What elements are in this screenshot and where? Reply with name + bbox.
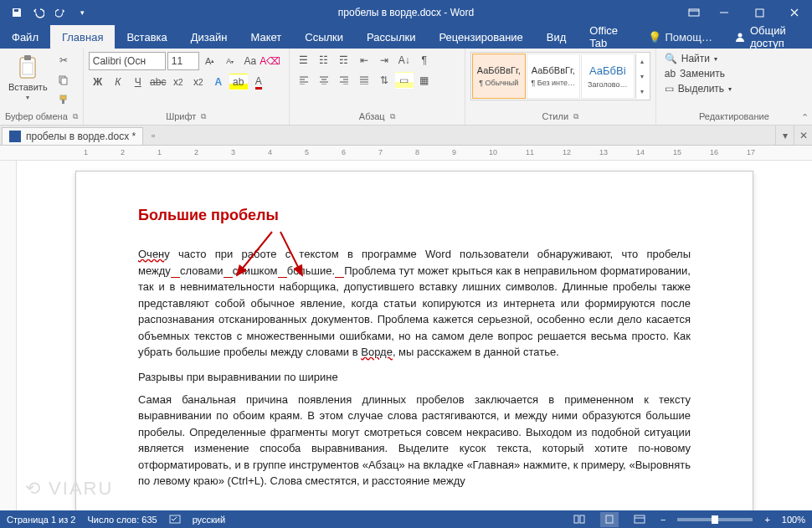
strike-icon[interactable]: abc xyxy=(149,74,167,90)
copy-icon[interactable] xyxy=(54,71,73,88)
tabs-close-icon[interactable]: ✕ xyxy=(794,126,812,145)
tab-references[interactable]: Ссылки xyxy=(293,25,355,49)
save-icon[interactable] xyxy=(7,3,27,23)
zoom-slider[interactable] xyxy=(677,518,753,521)
status-proofing-icon[interactable] xyxy=(169,515,181,525)
qat-customize-icon[interactable]: ▾ xyxy=(72,3,92,23)
show-marks-icon[interactable]: ¶ xyxy=(415,52,434,69)
paragraph-launcher-icon[interactable]: ⧉ xyxy=(390,112,395,121)
increase-indent-icon[interactable]: ⇥ xyxy=(375,52,393,69)
view-print-icon[interactable] xyxy=(600,512,619,527)
redo-icon[interactable] xyxy=(50,3,70,23)
shrink-font-icon[interactable]: A▾ xyxy=(221,53,239,69)
vertical-ruler[interactable] xyxy=(0,161,17,510)
horizontal-ruler[interactable]: 121234567891011121314151617 xyxy=(0,146,812,161)
title-bar: ▾ пробелы в ворде.docx - Word xyxy=(0,0,812,25)
zoom-level[interactable]: 100% xyxy=(782,515,805,525)
zoom-out-icon[interactable]: − xyxy=(660,515,666,525)
decrease-indent-icon[interactable]: ⇤ xyxy=(355,52,373,69)
tab-insert[interactable]: Вставка xyxy=(115,25,178,49)
find-button[interactable]: 🔍Найти▾ xyxy=(661,52,735,65)
tab-mailings[interactable]: Рассылки xyxy=(355,25,427,49)
borders-icon[interactable]: ▦ xyxy=(415,72,434,89)
svg-line-11 xyxy=(280,232,302,275)
align-right-icon[interactable] xyxy=(335,72,353,89)
line-spacing-icon[interactable]: ⇅ xyxy=(375,72,393,89)
tab-review[interactable]: Рецензирование xyxy=(427,25,534,49)
select-button[interactable]: ▭Выделить▾ xyxy=(661,82,735,95)
cut-icon[interactable]: ✂ xyxy=(54,52,73,69)
zoom-in-icon[interactable]: + xyxy=(764,515,769,525)
change-case-icon[interactable]: Aa xyxy=(241,53,260,69)
style-gallery-more[interactable]: ▴▾▾ xyxy=(635,54,649,99)
multilevel-icon[interactable]: ☶ xyxy=(335,52,353,69)
status-wordcount[interactable]: Число слов: 635 xyxy=(87,515,157,525)
tab-file[interactable]: Файл xyxy=(0,25,50,49)
undo-icon[interactable] xyxy=(28,3,49,23)
share-button[interactable]: Общий доступ xyxy=(722,25,812,49)
tab-home[interactable]: Главная xyxy=(50,25,115,49)
new-tab-icon[interactable]: ▫ xyxy=(143,126,163,145)
style-nospacing[interactable]: АаБбВвГг,¶ Без инте… xyxy=(527,54,580,99)
align-center-icon[interactable] xyxy=(315,72,333,89)
svg-rect-7 xyxy=(61,78,67,85)
tab-layout[interactable]: Макет xyxy=(239,25,293,49)
minimize-icon[interactable] xyxy=(707,0,742,25)
annotation-heading: Большие пробелы xyxy=(138,207,691,224)
clear-format-icon[interactable]: A⌫ xyxy=(261,53,280,69)
close-icon[interactable] xyxy=(777,0,812,25)
document-tab[interactable]: пробелы в ворде.docx * xyxy=(2,127,143,145)
collapse-ribbon-icon[interactable]: ⌃ xyxy=(801,112,809,123)
font-launcher-icon[interactable]: ⧉ xyxy=(201,112,206,121)
shading-icon[interactable]: ▭ xyxy=(395,72,414,89)
style-heading1[interactable]: АаБбВіЗаголово… xyxy=(581,54,635,99)
person-icon xyxy=(734,31,746,43)
svg-rect-1 xyxy=(756,9,763,17)
style-gallery[interactable]: АаБбВвГг,¶ Обычный АаБбВвГг,¶ Без инте… … xyxy=(470,52,650,100)
tabs-dropdown-icon[interactable]: ▾ xyxy=(775,126,794,145)
ribbon: Вставить ▾ ✂ Буфер обмена⧉ A▴ A▾ Aa A⌫ xyxy=(0,49,812,126)
italic-icon[interactable]: К xyxy=(109,74,127,90)
tab-design[interactable]: Дизайн xyxy=(179,25,239,49)
ribbon-options-icon[interactable] xyxy=(681,0,707,25)
replace-button[interactable]: abЗаменить xyxy=(661,67,735,80)
svg-rect-9 xyxy=(62,100,64,104)
page-area[interactable]: Большие пробелы Очену часто при работе с… xyxy=(17,161,812,510)
status-language[interactable]: русский xyxy=(193,515,225,525)
underline-icon[interactable]: Ч xyxy=(129,74,147,90)
style-normal[interactable]: АаБбВвГг,¶ Обычный xyxy=(472,54,526,99)
tab-view[interactable]: Вид xyxy=(535,25,578,49)
tab-officetab[interactable]: Office Tab xyxy=(578,25,637,49)
share-label: Общий доступ xyxy=(750,24,800,49)
workspace: Большие пробелы Очену часто при работе с… xyxy=(0,161,812,510)
word-doc-icon xyxy=(9,131,21,142)
maximize-icon[interactable] xyxy=(742,0,777,25)
font-size-input[interactable] xyxy=(167,52,199,70)
clipboard-launcher-icon[interactable]: ⧉ xyxy=(73,112,78,121)
font-color-icon[interactable]: A xyxy=(249,74,268,90)
sort-icon[interactable]: A↓ xyxy=(395,52,414,69)
text-effects-icon[interactable]: A xyxy=(209,74,228,90)
grow-font-icon[interactable]: A▴ xyxy=(201,53,219,69)
view-web-icon[interactable] xyxy=(630,512,649,527)
svg-rect-13 xyxy=(574,515,578,523)
svg-rect-0 xyxy=(689,9,699,16)
styles-launcher-icon[interactable]: ⧉ xyxy=(573,112,578,121)
superscript-icon[interactable]: x2 xyxy=(189,74,208,90)
tell-me-search[interactable]: 💡 Помощ… xyxy=(638,25,722,49)
align-left-icon[interactable] xyxy=(295,72,313,89)
justify-icon[interactable] xyxy=(355,72,373,89)
paste-button[interactable]: Вставить ▾ xyxy=(5,52,51,103)
group-editing: 🔍Найти▾ abЗаменить ▭Выделить▾ Редактиров… xyxy=(656,49,812,125)
format-painter-icon[interactable] xyxy=(54,90,73,107)
svg-point-2 xyxy=(737,33,742,38)
highlight-icon[interactable]: ab xyxy=(229,74,248,90)
status-page[interactable]: Страница 1 из 2 xyxy=(7,515,75,525)
bullets-icon[interactable]: ☰ xyxy=(295,52,313,69)
subscript-icon[interactable]: x2 xyxy=(169,74,188,90)
numbering-icon[interactable]: ☷ xyxy=(315,52,333,69)
view-read-icon[interactable] xyxy=(570,512,588,527)
bold-icon[interactable]: Ж xyxy=(89,74,107,90)
svg-line-10 xyxy=(237,232,272,275)
font-name-input[interactable] xyxy=(89,52,166,70)
